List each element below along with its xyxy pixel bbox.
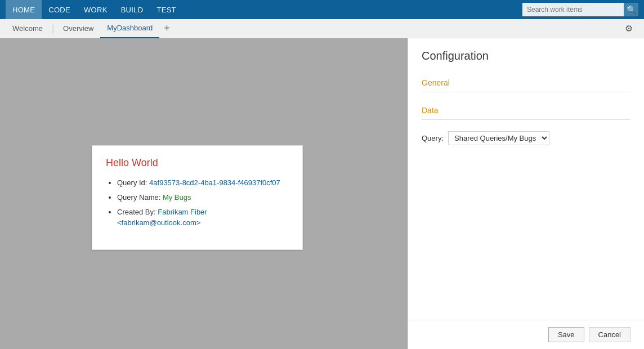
list-item: Created By: Fabrikam Fiber <fabrikam@out… <box>117 207 289 227</box>
config-footer: Save Cancel <box>408 320 644 349</box>
top-nav: HOME CODE WORK BUILD TEST 🔍 <box>0 0 644 19</box>
query-id-label: Query Id: <box>117 178 149 187</box>
main-layout: Hello World Query Id: 4af93573-8cd2-4ba1… <box>0 38 644 349</box>
gear-icon[interactable]: ⚙ <box>619 19 638 38</box>
search-button[interactable]: 🔍 <box>624 3 638 16</box>
data-section-title: Data <box>422 99 630 120</box>
widget-list: Query Id: 4af93573-8cd2-4ba1-9834-f46937… <box>106 178 289 228</box>
add-dashboard-button[interactable]: + <box>159 19 175 38</box>
nav-build[interactable]: BUILD <box>114 0 150 19</box>
subnav-mydashboard[interactable]: MyDashboard <box>100 19 159 38</box>
nav-home[interactable]: HOME <box>6 0 42 19</box>
search-input[interactable] <box>522 3 624 16</box>
config-data-section: Data Query: Shared Queries/My Bugs Share… <box>408 99 644 156</box>
created-by-label: Created By: <box>117 208 158 216</box>
sub-nav: Welcome | Overview MyDashboard + ⚙ <box>0 19 644 38</box>
config-title: Configuration <box>422 50 630 62</box>
config-header: Configuration <box>408 38 644 71</box>
dashboard-area: Hello World Query Id: 4af93573-8cd2-4ba1… <box>0 38 408 349</box>
query-name-value: My Bugs <box>163 193 191 202</box>
nav-code[interactable]: CODE <box>42 0 77 19</box>
cancel-button[interactable]: Cancel <box>589 327 630 342</box>
query-name-label: Query Name: <box>117 193 163 202</box>
widget-card: Hello World Query Id: 4af93573-8cd2-4ba1… <box>92 145 303 250</box>
subnav-overview[interactable]: Overview <box>56 19 100 38</box>
query-field: Query: Shared Queries/My Bugs Shared Que… <box>422 127 630 150</box>
general-section-title: General <box>422 71 630 92</box>
subnav-welcome[interactable]: Welcome <box>6 19 50 38</box>
search-container: 🔍 <box>522 3 638 16</box>
subnav-divider: | <box>50 19 56 38</box>
nav-test[interactable]: TEST <box>150 0 182 19</box>
config-spacer <box>408 156 644 320</box>
query-select[interactable]: Shared Queries/My Bugs Shared Queries/Al… <box>448 131 549 145</box>
config-general-section: General <box>408 71 644 99</box>
nav-work[interactable]: WORK <box>77 0 114 19</box>
config-panel: Configuration General Data Query: Shared… <box>408 38 644 349</box>
save-button[interactable]: Save <box>548 327 584 342</box>
query-label: Query: <box>422 134 444 142</box>
widget-title: Hello World <box>106 157 289 169</box>
list-item: Query Id: 4af93573-8cd2-4ba1-9834-f46937… <box>117 178 289 188</box>
list-item: Query Name: My Bugs <box>117 193 289 203</box>
query-id-value: 4af93573-8cd2-4ba1-9834-f46937f0cf07 <box>149 178 280 187</box>
